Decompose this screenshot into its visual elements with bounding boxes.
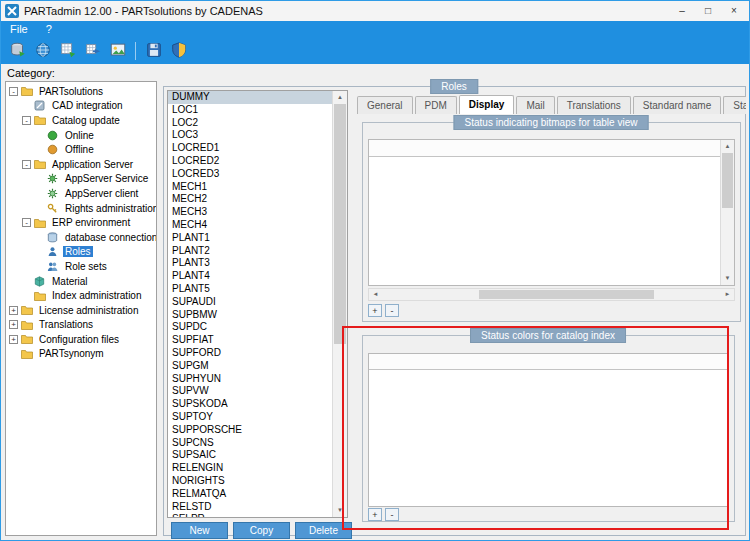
list-item-locred2[interactable]: LOCRED2 (168, 155, 332, 168)
tree-item-license-administration[interactable]: +License administration (6, 303, 156, 318)
tab-display[interactable]: Display (459, 95, 515, 114)
list-item-plant4[interactable]: PLANT4 (168, 270, 332, 283)
list-item-supford[interactable]: SUPFORD (168, 347, 332, 360)
list-item-locred1[interactable]: LOCRED1 (168, 142, 332, 155)
tree-item-application-server[interactable]: -Application Server (6, 157, 156, 172)
tree-item-roles[interactable]: Roles (6, 245, 156, 260)
list-item-loc3[interactable]: LOC3 (168, 129, 332, 142)
security-button[interactable] (166, 40, 191, 63)
report-button[interactable] (105, 40, 130, 63)
list-item-plant3[interactable]: PLANT3 (168, 257, 332, 270)
tree-item-erp-environment[interactable]: -ERP environment (6, 215, 156, 230)
list-item-suphyun[interactable]: SUPHYUN (168, 373, 332, 386)
list-item-relmatqa[interactable]: RELMATQA (168, 488, 332, 501)
list-item-mech2[interactable]: MECH2 (168, 193, 332, 206)
tab-star[interactable]: Star (723, 96, 746, 114)
list-item-plant5[interactable]: PLANT5 (168, 283, 332, 296)
tree-item-material[interactable]: Material (6, 274, 156, 289)
list-item-dummy[interactable]: DUMMY (168, 91, 332, 104)
scroll-left-icon[interactable]: ◄ (369, 289, 382, 300)
online-update-button[interactable] (30, 40, 55, 63)
roles-list-scrollbar[interactable]: ▲ ▼ (332, 91, 347, 517)
tree-item-appserver-service[interactable]: AppServer Service (6, 172, 156, 187)
scroll-up-icon[interactable]: ▲ (333, 91, 347, 104)
expand-icon[interactable]: + (9, 320, 18, 329)
list-item-mech1[interactable]: MECH1 (168, 181, 332, 194)
bitmaps-hscrollbar[interactable]: ◄ ► (368, 288, 735, 301)
close-button[interactable]: × (721, 1, 747, 20)
scroll-up-icon[interactable]: ▲ (721, 140, 734, 153)
list-item-locred3[interactable]: LOCRED3 (168, 168, 332, 181)
list-item-supgm[interactable]: SUPGM (168, 360, 332, 373)
tree-item-role-sets[interactable]: Role sets (6, 259, 156, 274)
colors-row-controls: + - (368, 508, 399, 521)
tab-translations[interactable]: Translations (557, 96, 631, 114)
scroll-down-icon[interactable]: ▼ (333, 504, 347, 517)
transfer-icon (84, 41, 102, 62)
scroll-right-icon[interactable]: ► (721, 289, 734, 300)
save-button[interactable] (141, 40, 166, 63)
list-item-relengin[interactable]: RELENGIN (168, 462, 332, 475)
list-item-supbmw[interactable]: SUPBMW (168, 309, 332, 322)
expand-icon[interactable]: + (9, 335, 18, 344)
remove-row-button[interactable]: - (385, 304, 399, 317)
menu-help[interactable]: ? (37, 21, 61, 38)
remove-row-button[interactable]: - (385, 508, 399, 521)
add-row-button[interactable]: + (368, 304, 382, 317)
list-item-plant2[interactable]: PLANT2 (168, 245, 332, 258)
list-item-plant1[interactable]: PLANT1 (168, 232, 332, 245)
tree-item-index-administration[interactable]: Index administration (6, 288, 156, 303)
delete-button[interactable]: Delete (295, 522, 352, 539)
tree-item-configuration-files[interactable]: +Configuration files (6, 332, 156, 347)
list-item-supporsche[interactable]: SUPPORSCHE (168, 424, 332, 437)
add-row-button[interactable]: + (368, 508, 382, 521)
list-item-norights[interactable]: NORIGHTS (168, 475, 332, 488)
list-item-supvw[interactable]: SUPVW (168, 385, 332, 398)
maximize-button[interactable]: □ (695, 1, 721, 20)
collapse-icon[interactable]: - (22, 160, 31, 169)
collapse-icon[interactable]: - (22, 116, 31, 125)
scroll-thumb[interactable] (334, 104, 346, 344)
tree-item-cad-integration[interactable]: CAD integration (6, 99, 156, 114)
offline-update-button[interactable] (55, 40, 80, 63)
expand-icon[interactable]: + (9, 306, 18, 315)
tab-mail[interactable]: Mail (516, 96, 554, 114)
catalog-update-button[interactable] (5, 40, 30, 63)
tree-item-rights-administration[interactable]: Rights administration (6, 201, 156, 216)
collapse-icon[interactable]: - (9, 87, 18, 96)
tree-item-partsolutions[interactable]: -PARTsolutions (6, 84, 156, 99)
minimize-button[interactable]: – (669, 1, 695, 20)
list-item-mech3[interactable]: MECH3 (168, 206, 332, 219)
new-button[interactable]: New (171, 522, 228, 539)
copy-button[interactable]: Copy (233, 522, 290, 539)
list-item-supfiat[interactable]: SUPFIAT (168, 334, 332, 347)
tree-item-database-connection[interactable]: database connection (6, 230, 156, 245)
tree-item-offline[interactable]: Offline (6, 142, 156, 157)
menu-file[interactable]: File (1, 21, 37, 38)
scroll-down-icon[interactable]: ▼ (721, 272, 734, 285)
tree-item-partsynonym[interactable]: PARTsynonym (6, 347, 156, 362)
tab-general[interactable]: General (357, 96, 413, 114)
list-item-selpr[interactable]: SELPR (168, 513, 332, 517)
list-item-loc1[interactable]: LOC1 (168, 104, 332, 117)
tree-item-catalog-update[interactable]: -Catalog update (6, 113, 156, 128)
list-item-loc2[interactable]: LOC2 (168, 117, 332, 130)
scroll-thumb[interactable] (722, 153, 733, 208)
scroll-thumb[interactable] (479, 290, 654, 299)
transfer-button[interactable] (80, 40, 105, 63)
list-item-relstd[interactable]: RELSTD (168, 501, 332, 514)
tree-item-online[interactable]: Online (6, 128, 156, 143)
tab-pdm[interactable]: PDM (415, 96, 457, 114)
tree-item-appserver-client[interactable]: AppServer client (6, 186, 156, 201)
list-item-supaudi[interactable]: SUPAUDI (168, 296, 332, 309)
list-item-mech4[interactable]: MECH4 (168, 219, 332, 232)
tab-standard-name[interactable]: Standard name (633, 96, 721, 114)
tree-item-translations[interactable]: +Translations (6, 318, 156, 333)
list-item-supcns[interactable]: SUPCNS (168, 437, 332, 450)
list-item-supskoda[interactable]: SUPSKODA (168, 398, 332, 411)
list-item-supsaic[interactable]: SUPSAIC (168, 449, 332, 462)
bitmaps-table-scrollbar[interactable]: ▲ ▼ (720, 140, 734, 285)
collapse-icon[interactable]: - (22, 218, 31, 227)
list-item-supdc[interactable]: SUPDC (168, 321, 332, 334)
list-item-suptoy[interactable]: SUPTOY (168, 411, 332, 424)
